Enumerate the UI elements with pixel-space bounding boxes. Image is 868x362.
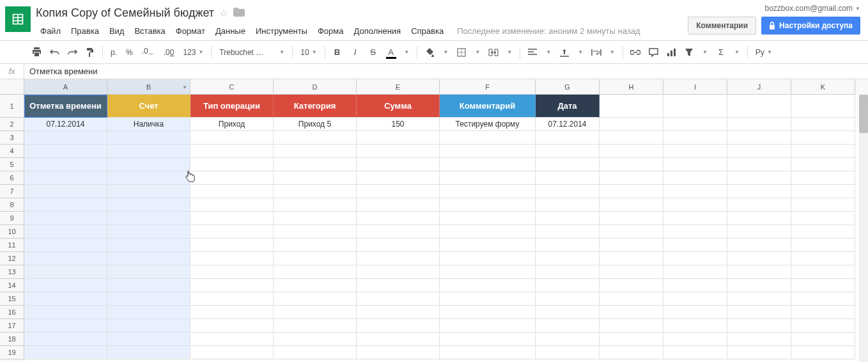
cell-C14[interactable] [190, 279, 274, 292]
percent-format-button[interactable]: % [122, 48, 137, 57]
cell-J16[interactable] [727, 306, 791, 319]
cell-F18[interactable] [440, 333, 536, 346]
cell-I5[interactable] [663, 158, 727, 171]
valign-button[interactable] [556, 44, 573, 61]
row-header-17[interactable]: 17 [0, 319, 24, 333]
cell-A17[interactable] [24, 319, 107, 333]
cell-K15[interactable] [791, 292, 855, 306]
cell-G16[interactable] [536, 306, 600, 319]
cell-B5[interactable] [107, 158, 190, 171]
cell-A6[interactable] [24, 171, 107, 185]
cell-J10[interactable] [727, 225, 791, 239]
cell-J12[interactable] [727, 252, 791, 265]
cell-E11[interactable] [357, 239, 440, 252]
paint-format-icon[interactable] [82, 44, 98, 61]
cell-J19[interactable] [727, 346, 791, 359]
cell-G12[interactable] [536, 252, 600, 265]
star-icon[interactable]: ☆ [219, 7, 228, 19]
cell-H8[interactable] [600, 198, 663, 212]
row-header-13[interactable]: 13 [0, 265, 24, 279]
cell-H18[interactable] [600, 333, 663, 346]
cell-G2[interactable]: 07.12.2014 [536, 118, 600, 131]
cell-H16[interactable] [600, 306, 663, 319]
cell-D2[interactable]: Приход 5 [274, 118, 357, 131]
column-header-J[interactable]: J [727, 79, 791, 95]
formula-input[interactable]: Отметка времени [24, 67, 868, 76]
select-all-corner[interactable] [0, 79, 24, 95]
cell-A9[interactable] [24, 212, 107, 225]
row-header-18[interactable]: 18 [0, 333, 24, 346]
cell-G5[interactable] [536, 158, 600, 171]
cell-I18[interactable] [663, 333, 727, 346]
cell-D17[interactable] [274, 319, 357, 333]
cell-J15[interactable] [727, 292, 791, 306]
column-header-A[interactable]: A [24, 79, 107, 95]
row-header-3[interactable]: 3 [0, 131, 24, 145]
cell-D9[interactable] [274, 212, 357, 225]
cell-G8[interactable] [536, 198, 600, 212]
cell-H14[interactable] [600, 279, 663, 292]
cell-K19[interactable] [791, 346, 855, 359]
last-change-text[interactable]: Последнее изменение: аноним 2 минуты наз… [457, 24, 640, 38]
wrap-caret[interactable]: ▼ [606, 49, 619, 55]
cell-B11[interactable] [107, 239, 190, 252]
input-lang-button[interactable]: Ру▼ [752, 48, 776, 57]
cell-I16[interactable] [663, 306, 727, 319]
cell-C16[interactable] [190, 306, 274, 319]
decrease-decimals-button[interactable]: .0← [138, 47, 159, 57]
cell-G1[interactable]: Дата [536, 95, 600, 118]
cell-J18[interactable] [727, 333, 791, 346]
cell-G10[interactable] [536, 225, 600, 239]
column-header-G[interactable]: G [536, 79, 600, 95]
cell-D13[interactable] [274, 265, 357, 279]
cell-D1[interactable]: Категория [274, 95, 357, 118]
cell-F12[interactable] [440, 252, 536, 265]
cell-I1[interactable] [663, 95, 727, 118]
cell-D15[interactable] [274, 292, 357, 306]
increase-decimals-button[interactable]: .00 [160, 48, 178, 57]
cell-J3[interactable] [727, 131, 791, 145]
cell-B10[interactable] [107, 225, 190, 239]
cell-H12[interactable] [600, 252, 663, 265]
text-color-button[interactable]: A [383, 44, 399, 61]
cell-H13[interactable] [600, 265, 663, 279]
cell-E3[interactable] [357, 131, 440, 145]
cell-K4[interactable] [791, 145, 855, 158]
cell-J17[interactable] [727, 319, 791, 333]
row-header-12[interactable]: 12 [0, 252, 24, 265]
cell-C10[interactable] [190, 225, 274, 239]
cell-E8[interactable] [357, 198, 440, 212]
cell-C6[interactable] [190, 171, 274, 185]
cell-G7[interactable] [536, 185, 600, 198]
italic-button[interactable]: I [347, 44, 364, 61]
borders-caret[interactable]: ▼ [471, 49, 484, 55]
menu-data[interactable]: Данные [211, 24, 250, 38]
cell-E13[interactable] [357, 265, 440, 279]
cell-E4[interactable] [357, 145, 440, 158]
chart-icon[interactable] [663, 44, 679, 61]
cell-H4[interactable] [600, 145, 663, 158]
cell-I19[interactable] [663, 346, 727, 359]
cell-A14[interactable] [24, 279, 107, 292]
cell-C17[interactable] [190, 319, 274, 333]
cell-I7[interactable] [663, 185, 727, 198]
cell-B14[interactable] [107, 279, 190, 292]
row-header-14[interactable]: 14 [0, 279, 24, 292]
cell-G18[interactable] [536, 333, 600, 346]
cell-J2[interactable] [727, 118, 791, 131]
cell-H15[interactable] [600, 292, 663, 306]
cell-F8[interactable] [440, 198, 536, 212]
cell-E7[interactable] [357, 185, 440, 198]
cell-F15[interactable] [440, 292, 536, 306]
cell-G13[interactable] [536, 265, 600, 279]
cell-F6[interactable] [440, 171, 536, 185]
cell-B2[interactable]: Наличка [107, 118, 190, 131]
cell-E14[interactable] [357, 279, 440, 292]
cell-K9[interactable] [791, 212, 855, 225]
cell-F4[interactable] [440, 145, 536, 158]
menu-file[interactable]: Файл [36, 24, 65, 38]
row-header-11[interactable]: 11 [0, 239, 24, 252]
cell-A15[interactable] [24, 292, 107, 306]
borders-button[interactable] [453, 44, 470, 61]
cell-I9[interactable] [663, 212, 727, 225]
